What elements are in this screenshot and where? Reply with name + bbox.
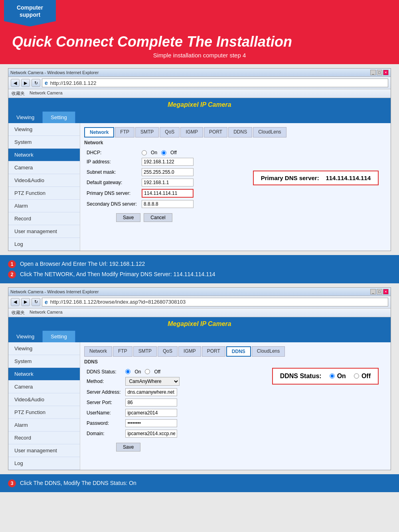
tab-ftp-2[interactable]: FTP	[113, 346, 132, 357]
instructions-bar-1: 1 Open a Browser And Enter The Url: 192.…	[0, 255, 399, 283]
sidebar-camera-2[interactable]: Camera	[8, 381, 80, 393]
url-text-2: http://192.168.1.122/browse/index.asp?id…	[50, 299, 186, 305]
tab-cloudlens-1[interactable]: CloudLens	[253, 127, 286, 137]
title-section: Quick Connect Complete The Installation …	[0, 26, 399, 64]
browser-fav-bar-1: 收藏夹 Network Camera	[8, 89, 391, 98]
username-input[interactable]	[125, 409, 177, 417]
ie-icon-2: e	[45, 299, 48, 305]
refresh-btn-2[interactable]: ↻	[32, 298, 40, 306]
tab-port-1[interactable]: PORT	[204, 127, 227, 137]
ddns-off-radio[interactable]	[145, 369, 150, 374]
secondary-dns-input[interactable]	[142, 200, 194, 208]
close-btn-1[interactable]: ✕	[383, 70, 389, 75]
tab-ftp-1[interactable]: FTP	[115, 127, 134, 137]
sidebar-videoaudio-2[interactable]: Video&Audio	[8, 393, 80, 406]
tab-network-2[interactable]: Network	[84, 346, 112, 357]
instruction-step-2: 2 Click The NETWORK, And Then Modify Pri…	[8, 269, 391, 279]
tab-igmp-1[interactable]: IGMP	[180, 127, 203, 137]
sidebar-log-2[interactable]: Log	[8, 457, 80, 470]
back-btn-1[interactable]: ◀	[11, 79, 20, 87]
tab-smtp-1[interactable]: SMTP	[135, 127, 159, 137]
save-btn-2[interactable]: Save	[116, 443, 140, 452]
camera-header-1: Megapixel IP Camera	[8, 98, 391, 112]
back-btn-2[interactable]: ◀	[11, 298, 20, 306]
primary-dns-input[interactable]	[142, 189, 194, 198]
sidebar-ptz-1[interactable]: PTZ Function	[8, 187, 80, 200]
camera-sidebar-2: Viewing System Network Camera Video&Audi…	[8, 342, 80, 470]
refresh-btn-1[interactable]: ↻	[32, 79, 40, 87]
gateway-input[interactable]	[142, 179, 194, 186]
sidebar-record-2[interactable]: Record	[8, 432, 80, 444]
sidebar-alarm-2[interactable]: Alarm	[8, 419, 80, 432]
domain-input[interactable]	[125, 430, 177, 438]
tab-smtp-2[interactable]: SMTP	[133, 346, 157, 357]
dhcp-off-radio[interactable]	[161, 150, 166, 155]
tab-port-2[interactable]: PORT	[202, 346, 225, 357]
sidebar-system-1[interactable]: System	[8, 136, 80, 149]
fav-item-3[interactable]: 收藏夹	[12, 310, 25, 316]
sidebar-usermgmt-2[interactable]: User management	[8, 444, 80, 457]
ip-input[interactable]	[142, 158, 194, 166]
browser-titlebar-2: Network Camera - Windows Internet Explor…	[8, 288, 391, 296]
address-bar-2[interactable]: e http://192.168.1.122/browse/index.asp?…	[42, 298, 388, 306]
method-select[interactable]: CamAnyWhere	[125, 377, 180, 386]
forward-btn-2[interactable]: ▶	[21, 298, 30, 306]
maximize-btn-2[interactable]: □	[377, 289, 382, 294]
fav-item-4[interactable]: Network Camera	[30, 310, 63, 316]
tab-qos-2[interactable]: QoS	[158, 346, 178, 357]
camera-header-2: Megapixel IP Camera	[8, 317, 391, 331]
address-bar-1[interactable]: e http://192.168.1.122	[42, 79, 388, 87]
sidebar-record-1[interactable]: Record	[8, 212, 80, 225]
method-label: Method:	[84, 376, 123, 387]
sidebar-log-1[interactable]: Log	[8, 238, 80, 251]
sidebar-viewing-2[interactable]: Viewing	[8, 342, 80, 355]
sidebar-system-2[interactable]: System	[8, 355, 80, 368]
fav-item-1[interactable]: 收藏夹	[12, 90, 25, 96]
password-input[interactable]	[125, 419, 177, 427]
ddns-on-radio[interactable]	[125, 369, 130, 374]
sidebar-videoaudio-1[interactable]: Video&Audio	[8, 174, 80, 187]
callout-off-radio[interactable]	[354, 373, 359, 379]
dhcp-on-radio[interactable]	[142, 150, 147, 155]
fav-item-2[interactable]: Network Camera	[30, 90, 63, 96]
sidebar-camera-1[interactable]: Camera	[8, 161, 80, 174]
browser-toolbar-2: ◀ ▶ ↻ e http://192.168.1.122/browse/inde…	[8, 296, 391, 308]
page-header: Computer support Quick Connect Complete …	[0, 0, 399, 64]
tab-igmp-2[interactable]: IGMP	[178, 346, 201, 357]
callout-on-text: On	[337, 373, 346, 380]
sidebar-viewing-1[interactable]: Viewing	[8, 123, 80, 136]
ie-icon-1: e	[45, 80, 48, 86]
form-action-btns-2: Save	[116, 443, 387, 452]
sidebar-ptz-2[interactable]: PTZ Function	[8, 406, 80, 419]
maximize-btn-1[interactable]: □	[377, 70, 382, 75]
sidebar-network-2[interactable]: Network	[8, 368, 80, 381]
cancel-btn-1[interactable]: Cancel	[144, 213, 172, 222]
callout-off-text: Off	[361, 373, 371, 380]
tab-network-1[interactable]: Network	[84, 127, 114, 137]
callout-on-radio[interactable]	[330, 373, 335, 379]
save-btn-1[interactable]: Save	[116, 213, 140, 222]
sidebar-alarm-1[interactable]: Alarm	[8, 200, 80, 212]
nav-setting-2[interactable]: Setting	[43, 331, 75, 342]
server-addr-input[interactable]	[125, 388, 177, 396]
step-num-2: 2	[8, 271, 16, 279]
tab-qos-1[interactable]: QoS	[160, 127, 180, 137]
instruction-step-1: 1 Open a Browser And Enter The Url: 192.…	[8, 259, 391, 269]
sidebar-usermgmt-1[interactable]: User management	[8, 225, 80, 238]
forward-btn-1[interactable]: ▶	[21, 79, 30, 87]
ddns-status-label: DDNS Status:	[84, 368, 123, 376]
sidebar-network-1[interactable]: Network	[8, 149, 80, 161]
window-controls-1: _ □ ✕	[370, 70, 389, 75]
nav-viewing-1[interactable]: Viewing	[8, 112, 43, 123]
instructions-bar-2: 3 Click The DDNS, Modify The DDNS Status…	[0, 474, 399, 492]
subnet-input[interactable]	[142, 168, 194, 176]
nav-setting-1[interactable]: Setting	[43, 112, 75, 123]
minimize-btn-2[interactable]: _	[370, 289, 376, 294]
tab-cloudlens-2[interactable]: CloudLens	[252, 346, 285, 357]
close-btn-2[interactable]: ✕	[383, 289, 389, 294]
minimize-btn-1[interactable]: _	[370, 70, 376, 75]
server-port-input[interactable]	[125, 399, 177, 406]
tab-ddns-2[interactable]: DDNS	[226, 346, 251, 357]
nav-viewing-2[interactable]: Viewing	[8, 331, 43, 342]
tab-ddns-1[interactable]: DDNS	[228, 127, 252, 137]
